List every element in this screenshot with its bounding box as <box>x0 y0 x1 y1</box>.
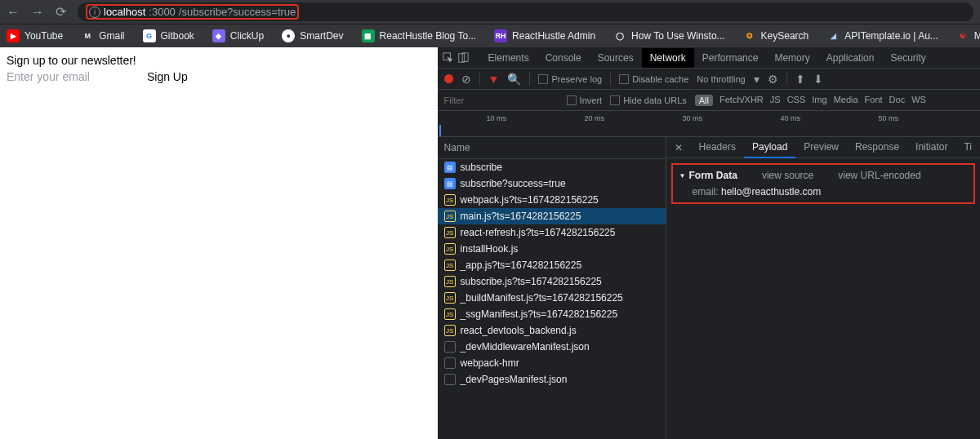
request-row[interactable]: JSreact_devtools_backend.js <box>438 322 666 339</box>
bookmark-item[interactable]: ◯How To Use Winsto... <box>613 29 724 42</box>
devtools-tab-sources[interactable]: Sources <box>590 48 642 68</box>
inspect-icon[interactable] <box>443 52 454 64</box>
signup-button[interactable]: Sign Up <box>147 70 188 83</box>
filter-type-ws[interactable]: WS <box>911 95 926 106</box>
name-column-header[interactable]: Name <box>438 137 666 159</box>
bookmark-item[interactable]: ●SmartDev <box>282 29 343 42</box>
filter-input[interactable] <box>444 95 559 105</box>
invert-checkbox[interactable]: Invert <box>567 95 603 105</box>
view-source-link[interactable]: view source <box>762 170 813 181</box>
bookmark-item[interactable]: MGmail <box>81 29 124 42</box>
chevron-down-icon: ▼ <box>679 172 686 180</box>
bookmark-icon: ◆ <box>212 29 225 42</box>
filter-toggle-icon[interactable]: ▼ <box>488 73 500 86</box>
request-row[interactable]: JSwebpack.js?ts=1674282156225 <box>438 192 666 208</box>
filter-type-img[interactable]: Img <box>812 95 826 106</box>
filter-type-js[interactable]: JS <box>770 95 781 106</box>
bookmark-item[interactable]: ◢APITemplate.io | Au... <box>826 29 938 42</box>
detail-tab-ti[interactable]: Ti <box>956 137 980 158</box>
filter-type-css[interactable]: CSS <box>787 95 806 106</box>
bookmark-item[interactable]: RHReactHustle Admin <box>494 29 595 42</box>
back-button[interactable]: ← <box>7 5 20 20</box>
devtools-tab-application[interactable]: Application <box>818 48 883 68</box>
devtools-tab-elements[interactable]: Elements <box>480 48 537 68</box>
filter-type-all[interactable]: All <box>695 95 713 106</box>
address-bar[interactable]: i localhost:3000/subscribe?success=true <box>78 2 973 21</box>
bookmark-item[interactable]: ▦ReactHustle Blog To... <box>362 29 477 42</box>
request-row[interactable]: JSmain.js?ts=1674282156225 <box>438 208 666 224</box>
main-area: Sign up to our newsletter! Enter your em… <box>0 47 980 439</box>
request-row[interactable]: JSinstallHook.js <box>438 241 666 257</box>
filter-type-fetch-xhr[interactable]: Fetch/XHR <box>719 95 764 106</box>
bookmark-icon: M <box>81 29 94 42</box>
network-timeline[interactable]: 10 ms20 ms30 ms40 ms50 ms <box>438 111 980 137</box>
request-type-icon: ▤ <box>444 178 456 189</box>
filter-type-font[interactable]: Font <box>865 95 883 106</box>
preserve-log-checkbox[interactable]: Preserve log <box>538 74 602 84</box>
close-detail-icon[interactable]: ✕ <box>666 142 691 153</box>
payload-highlight: ▼Form Data view source view URL-encoded … <box>671 163 975 204</box>
throttling-select[interactable]: No throttling <box>697 74 745 84</box>
request-name: _buildManifest.js?ts=1674282156225 <box>461 292 623 304</box>
detail-tab-initiator[interactable]: Initiator <box>907 137 956 158</box>
bookmark-label: SmartDev <box>300 30 343 42</box>
disable-cache-checkbox[interactable]: Disable cache <box>619 74 688 84</box>
svg-rect-2 <box>462 52 468 61</box>
bookmark-icon: ● <box>282 29 295 42</box>
hide-data-urls-checkbox[interactable]: Hide data URLs <box>610 95 687 105</box>
request-row[interactable]: _devMiddlewareManifest.json <box>438 339 666 355</box>
record-button[interactable] <box>444 74 453 83</box>
form-field-value: hello@reacthustle.com <box>721 186 821 197</box>
devtools-header: ElementsConsoleSourcesNetworkPerformance… <box>438 47 980 69</box>
request-name: main.js?ts=1674282156225 <box>461 211 581 222</box>
export-icon[interactable]: ⬇ <box>813 73 823 86</box>
forward-button[interactable]: → <box>31 5 44 20</box>
request-row[interactable]: JS_app.js?ts=1674282156225 <box>438 257 666 273</box>
bookmark-item[interactable]: ▶YouTube <box>7 29 63 42</box>
devtools-tab-security[interactable]: Security <box>882 48 933 68</box>
request-row[interactable]: webpack-hmr <box>438 355 666 371</box>
import-icon[interactable]: ⬆ <box>795 73 805 86</box>
network-conditions-icon[interactable]: ⚙ <box>768 73 778 86</box>
bookmark-icon: ☯ <box>956 29 969 42</box>
devtools-tab-console[interactable]: Console <box>537 48 590 68</box>
url-port: :3000 <box>149 6 176 18</box>
request-row[interactable]: JS_buildManifest.js?ts=1674282156225 <box>438 290 666 306</box>
detail-tab-headers[interactable]: Headers <box>691 137 744 158</box>
filter-bar: Invert Hide data URLs AllFetch/XHRJSCSSI… <box>438 90 980 111</box>
bookmark-item[interactable]: ✪KeySearch <box>743 29 809 42</box>
detail-tab-response[interactable]: Response <box>847 137 907 158</box>
detail-tab-payload[interactable]: Payload <box>744 137 795 158</box>
request-type-icon: JS <box>444 243 456 255</box>
request-row[interactable]: JS_ssgManifest.js?ts=1674282156225 <box>438 306 666 322</box>
request-row[interactable]: _devPagesManifest.json <box>438 371 666 388</box>
bookmark-item[interactable]: GGitbook <box>143 29 194 42</box>
request-name: _ssgManifest.js?ts=1674282156225 <box>461 308 617 320</box>
reload-button[interactable]: ⟳ <box>56 4 66 20</box>
timeline-mark: 40 ms <box>781 114 801 122</box>
devtools-tab-network[interactable]: Network <box>642 48 694 68</box>
detail-tab-preview[interactable]: Preview <box>795 137 847 158</box>
request-row[interactable]: ▤subscribe?success=true <box>438 175 666 192</box>
devtools-tab-performance[interactable]: Performance <box>694 48 767 68</box>
bookmark-item[interactable]: ◆ClickUp <box>212 29 264 42</box>
request-row[interactable]: ▤subscribe <box>438 159 666 175</box>
search-icon[interactable]: 🔍 <box>507 73 521 86</box>
filter-type-doc[interactable]: Doc <box>889 95 906 106</box>
devtools-tab-memory[interactable]: Memory <box>766 48 817 68</box>
bookmark-item[interactable]: ☯Mantak Chia - How <box>956 29 980 42</box>
filter-type-media[interactable]: Media <box>834 95 858 106</box>
throttling-dropdown-icon[interactable]: ▾ <box>754 73 760 86</box>
info-icon[interactable]: i <box>89 7 100 18</box>
form-data-field: email: hello@reacthustle.com <box>679 181 967 197</box>
bookmark-icon: RH <box>494 29 507 42</box>
form-data-toggle[interactable]: ▼Form Data <box>679 170 737 181</box>
view-url-encoded-link[interactable]: view URL-encoded <box>838 170 920 181</box>
device-icon[interactable] <box>457 52 469 64</box>
clear-button[interactable]: ⊘ <box>461 73 471 86</box>
request-type-icon: JS <box>444 308 456 320</box>
request-row[interactable]: JSreact-refresh.js?ts=1674282156225 <box>438 224 666 241</box>
request-detail-panel: ✕ HeadersPayloadPreviewResponseInitiator… <box>666 137 980 439</box>
request-row[interactable]: JSsubscribe.js?ts=1674282156225 <box>438 273 666 290</box>
email-input[interactable]: Enter your email <box>7 70 90 83</box>
